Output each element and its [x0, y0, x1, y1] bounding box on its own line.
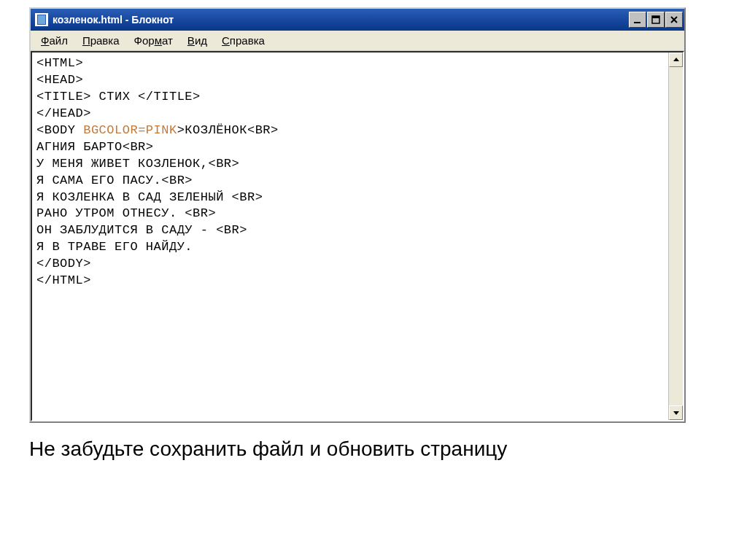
code-line: </HTML>	[36, 273, 91, 287]
titlebar[interactable]: козленок.html - Блокнот	[31, 9, 684, 31]
code-line: </BODY>	[36, 257, 91, 271]
scroll-up-button[interactable]	[669, 52, 683, 67]
page-caption: Не забудьте сохранить файл и обновить ст…	[29, 438, 507, 461]
menu-view[interactable]: Вид	[180, 33, 214, 48]
svg-rect-2	[652, 16, 659, 18]
code-line: <TITLE> стих </TITLE>	[36, 90, 201, 104]
menu-format[interactable]: Формат	[127, 33, 180, 48]
code-line: я в траве его найду.	[36, 240, 193, 254]
notepad-window: козленок.html - Блокнот Файл Правка Форм…	[29, 7, 686, 423]
code-line: Агния Барто<BR>	[36, 140, 154, 154]
scroll-track[interactable]	[669, 67, 683, 405]
code-line: я козленка в сад зеленый <BR>	[36, 190, 263, 204]
vertical-scrollbar[interactable]	[668, 52, 683, 420]
svg-rect-0	[634, 22, 640, 23]
menubar: Файл Правка Формат Вид Справка	[31, 31, 684, 51]
menu-help[interactable]: Справка	[214, 33, 272, 48]
code-line: У меня живет козленок,<BR>	[36, 157, 239, 171]
code-line: <HEAD>	[36, 73, 83, 87]
maximize-button[interactable]	[647, 12, 665, 28]
minimize-button[interactable]	[629, 12, 646, 28]
code-line: Он заблудится в саду - <BR>	[36, 223, 247, 237]
bgcolor-attribute: BGCOLOR=PINK	[83, 123, 177, 137]
text-editor[interactable]: <HTML> <HEAD> <TITLE> стих </TITLE> </HE…	[32, 52, 668, 420]
code-line: <HTML>	[36, 56, 83, 70]
scroll-down-button[interactable]	[669, 405, 683, 420]
code-line: >козлёнок<BR>	[177, 123, 279, 137]
close-button[interactable]	[665, 12, 683, 28]
code-line: <BODY	[36, 123, 83, 137]
window-title: козленок.html - Блокнот	[53, 14, 629, 26]
code-line: </HEAD>	[36, 106, 91, 120]
window-controls	[629, 12, 683, 28]
app-icon	[35, 13, 48, 26]
code-line: Рано утром отнесу. <BR>	[36, 206, 216, 220]
editor-area: <HTML> <HEAD> <TITLE> стих </TITLE> </HE…	[31, 51, 684, 421]
menu-edit[interactable]: Правка	[75, 33, 127, 48]
code-line: я сама его пасу.<BR>	[36, 174, 193, 187]
menu-file[interactable]: Файл	[34, 33, 75, 48]
notepad-icon	[37, 15, 46, 25]
